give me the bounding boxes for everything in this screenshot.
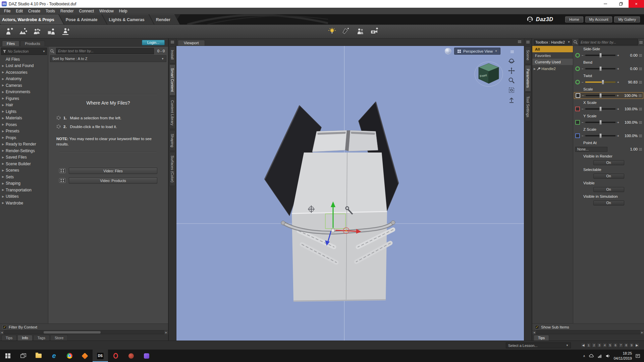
frame-icon[interactable] <box>508 86 515 94</box>
opera-icon[interactable] <box>108 350 123 362</box>
category-item[interactable]: ▶ Ready to Render <box>0 141 48 148</box>
edge-icon[interactable]: e <box>46 350 62 362</box>
parameter-value[interactable]: 0.00 <box>621 53 638 57</box>
viewport-tab[interactable]: Viewport <box>178 40 205 46</box>
slider-track[interactable] <box>585 81 615 83</box>
content-source-tab[interactable]: Products <box>20 41 45 46</box>
category-item[interactable]: ▶ Accessories <box>0 69 48 76</box>
brand-link-button[interactable]: My Account <box>585 16 612 22</box>
parameter-menu-icon[interactable] <box>639 68 642 70</box>
info-pane-tab[interactable]: Tags <box>33 335 50 341</box>
dock-tab[interactable]: Content Library <box>169 97 175 129</box>
slider-thumb[interactable] <box>599 120 602 125</box>
category-item[interactable]: ▶ Presets <box>0 128 48 135</box>
expand-arrow-icon[interactable]: ▶ <box>534 67 536 70</box>
parameter-value[interactable]: 90.83 <box>621 80 638 84</box>
horizontal-scrollbar[interactable]: ◀ ▶ <box>532 330 644 334</box>
category-item[interactable]: ▶ Props <box>0 134 48 141</box>
horizontal-scrollbar[interactable]: ◀ ▶ <box>0 330 168 334</box>
category-item[interactable]: ▶ Wardrobe <box>0 200 48 206</box>
category-item[interactable]: ▶ Lost and Found <box>0 63 48 69</box>
page-next-button[interactable]: ▶ <box>635 343 639 348</box>
category-filter-dropdown[interactable]: No Selection ▼ <box>1 48 47 55</box>
characters-icon[interactable] <box>355 26 365 37</box>
slider-thumb[interactable] <box>599 133 602 138</box>
parameter-value[interactable]: 1.00 <box>609 147 638 151</box>
category-item[interactable]: ▶ Utilities <box>0 193 48 200</box>
category-item[interactable]: ▶ Figures <box>0 95 48 102</box>
parameter-menu-icon[interactable] <box>639 108 642 110</box>
menu-item[interactable]: Render <box>58 8 76 14</box>
taskbar-clock[interactable]: 18:25 04/11/2019 <box>614 351 632 361</box>
category-item[interactable]: ▶ Transportation <box>0 187 48 193</box>
decrement-button[interactable]: − <box>581 54 584 57</box>
parameter-value[interactable]: 0.00 <box>621 67 638 71</box>
increment-button[interactable]: + <box>617 107 620 111</box>
brand-link-button[interactable]: My Gallery <box>614 16 640 22</box>
parameter-filter-item[interactable]: All <box>532 46 573 52</box>
category-item[interactable]: ▶ Render-Settings <box>0 147 48 154</box>
page-number-button[interactable]: 7 <box>619 343 623 348</box>
viewport-orb-icon[interactable] <box>445 48 451 54</box>
filter-by-context-checkbox[interactable]: ✓ <box>3 325 7 329</box>
viewport-canvas[interactable]: Front <box>176 46 524 341</box>
parameter-value[interactable]: 100.0% <box>621 94 637 98</box>
activity-tab[interactable]: Actors, Wardrobe & Props <box>0 14 64 24</box>
start-button[interactable] <box>0 350 15 362</box>
parameter-menu-icon[interactable] <box>639 135 642 137</box>
lesson-dropdown[interactable]: Select a Lesson... ▼ <box>506 343 571 348</box>
figure-add-icon[interactable] <box>4 26 14 37</box>
increment-button[interactable]: + <box>617 134 620 138</box>
page-number-button[interactable]: 8 <box>624 343 629 348</box>
people-group-icon[interactable] <box>32 26 42 37</box>
wardrobe-icon[interactable] <box>46 26 56 37</box>
node-tree-item[interactable]: ▶ Handle2 <box>532 67 573 71</box>
light-icon[interactable] <box>327 26 337 37</box>
menu-item[interactable]: Help <box>116 8 130 14</box>
category-item[interactable]: ▶ Cameras <box>0 82 48 89</box>
zoom-icon[interactable] <box>508 77 515 84</box>
category-item[interactable]: ▶ Environments <box>0 89 48 96</box>
content-search-input[interactable] <box>56 48 154 54</box>
toggle-button[interactable]: On <box>593 200 624 205</box>
tips-tab[interactable]: Tips <box>534 335 549 341</box>
toolbox-model[interactable] <box>265 102 398 302</box>
dock-tab[interactable]: Surfaces (Color) <box>169 152 175 186</box>
menu-item[interactable]: File <box>1 8 13 14</box>
menu-item[interactable]: Edit <box>13 8 25 14</box>
daz-studio-taskbar-icon[interactable]: DS <box>93 350 108 362</box>
minimize-button[interactable] <box>598 0 613 8</box>
page-prev-button[interactable]: ◀ <box>581 343 586 348</box>
category-item[interactable]: All Files <box>0 56 48 63</box>
increment-button[interactable]: + <box>617 80 620 84</box>
parameter-menu-icon[interactable] <box>639 81 642 83</box>
viewport-3d-scene[interactable]: Front <box>176 46 524 341</box>
dock-tab[interactable]: Shaping <box>169 130 175 151</box>
category-item[interactable]: ▶ Materials <box>0 115 48 122</box>
menu-item[interactable]: Connect <box>76 8 97 14</box>
category-item[interactable]: ▶ Sets <box>0 174 48 180</box>
parameter-value[interactable]: 100.0% <box>621 134 638 138</box>
spotlight-icon[interactable] <box>341 26 351 37</box>
network-icon[interactable] <box>598 354 602 358</box>
dock-tab[interactable]: Smart Content <box>169 64 175 96</box>
environment-add-icon[interactable] <box>18 26 28 37</box>
menu-item[interactable]: Window <box>97 8 116 14</box>
action-center-icon[interactable] <box>636 354 640 358</box>
parameter-menu-icon[interactable] <box>639 148 642 150</box>
video-products-button[interactable]: Video: Products <box>69 177 157 184</box>
node-selector-dropdown[interactable]: Toolbox : Handle2 ▼ <box>534 39 572 45</box>
camera-add-icon[interactable] <box>369 26 379 37</box>
content-source-tab[interactable]: Files <box>2 41 19 46</box>
toolbox-upper-body[interactable] <box>292 153 387 214</box>
parameter-menu-icon[interactable] <box>639 95 642 97</box>
increment-button[interactable]: + <box>617 67 620 71</box>
page-number-button[interactable]: 9 <box>629 343 634 348</box>
slider-track[interactable] <box>585 55 615 56</box>
install-manager-icon[interactable] <box>77 350 93 362</box>
activity-tab[interactable]: Lights & Cameras <box>102 14 154 24</box>
page-number-button[interactable]: 3 <box>597 343 602 348</box>
scroll-left-icon[interactable]: ◀ <box>0 330 4 334</box>
pane-menu-icon[interactable] <box>526 39 530 45</box>
slider-thumb[interactable] <box>599 66 602 71</box>
